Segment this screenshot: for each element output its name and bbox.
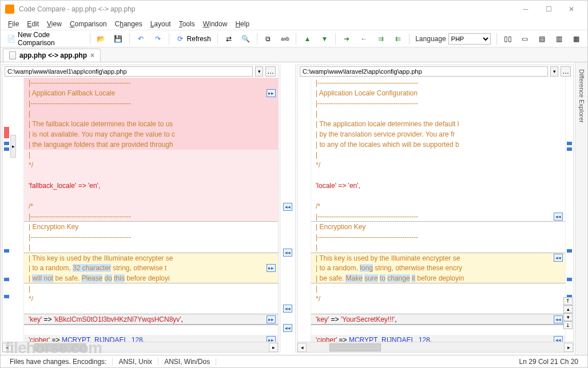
merge-right-button[interactable]: ▸▸ [267, 89, 276, 97]
statusbar: Files have changes. Encodings: ANSI, Uni… [1, 355, 587, 367]
toolbar: 📄 New Code Comparison 📂 💾 ↶ ↷ ⟳ Refresh … [1, 30, 587, 47]
merge-right-button[interactable]: ▸▸ [267, 315, 276, 323]
difference-explorer-tab[interactable]: Difference Explorer [578, 66, 585, 126]
menu-edit[interactable]: Edit [23, 18, 43, 30]
prev-diff-button[interactable]: ▲ [300, 33, 315, 45]
right-code-view[interactable]: |---------------------------------------… [311, 78, 565, 342]
menu-comparison[interactable]: Comparison [66, 18, 111, 30]
menu-tools[interactable]: Tools [175, 18, 199, 30]
layout-5-button[interactable]: ▦ [569, 33, 584, 45]
merge-right-button[interactable]: ▸▸ [267, 264, 276, 272]
maximize-button[interactable]: ☐ [537, 1, 560, 17]
undo-button[interactable]: ↶ [133, 33, 148, 45]
merge-left-button[interactable]: ◂◂ [283, 324, 292, 332]
new-comparison-label: New Code Comparison [18, 31, 84, 47]
search-button[interactable]: 🔍 [239, 33, 253, 45]
scroll-down[interactable]: ▾ [563, 313, 573, 321]
merge-left-button[interactable]: ◂◂ [283, 305, 292, 313]
open-button[interactable]: 📂 [94, 33, 109, 45]
left-path-dropdown[interactable]: ▾ [255, 66, 263, 77]
menu-window[interactable]: Window [199, 18, 232, 30]
copy-all-right-button[interactable]: ⇉ [374, 33, 388, 45]
menu-help[interactable]: Help [231, 18, 253, 30]
separator [169, 33, 169, 45]
merge-left-button[interactable]: ◂◂ [554, 336, 563, 342]
layout-4-button[interactable]: ▥ [552, 33, 567, 45]
save-button[interactable]: 💾 [111, 33, 126, 45]
compare-axb-button[interactable]: axb [277, 33, 292, 45]
swap-button[interactable]: ⇄ [221, 33, 236, 45]
next-diff-button[interactable]: ▼ [317, 33, 332, 45]
left-arrow-icon: ← [359, 34, 368, 43]
tab-strip: app.php <-> app.php × [1, 47, 587, 62]
copy-right-button[interactable]: ➜ [339, 33, 354, 45]
left-path-browse[interactable]: … [265, 66, 276, 77]
left-overview[interactable] [2, 78, 10, 342]
new-comparison-button[interactable]: 📄 New Code Comparison [4, 29, 86, 49]
menu-view[interactable]: View [43, 18, 66, 30]
menubar: File Edit View Comparison Changes Layout… [1, 18, 587, 30]
side-panel: Difference Explorer [575, 62, 587, 355]
compare-icon: ⧉ [263, 34, 272, 43]
tab-active[interactable]: app.php <-> app.php × [3, 49, 101, 62]
separator [257, 33, 257, 45]
tab-close-icon[interactable]: × [90, 51, 94, 59]
left-gutter [10, 78, 24, 342]
right-vnav: ⤒ ▴ ▾ ⤓ [563, 297, 573, 329]
scroll-down-max[interactable]: ⤓ [563, 321, 573, 329]
copy-all-left-button[interactable]: ⇇ [391, 33, 406, 45]
right-path-browse[interactable]: … [561, 66, 571, 77]
merge-right-button[interactable]: ▸▸ [267, 336, 276, 342]
status-changes: Files have changes. Encodings: [4, 358, 113, 366]
left-all-icon: ⇇ [394, 34, 403, 43]
left-code-view[interactable]: |---------------------------------------… [24, 78, 278, 342]
merge-left-button[interactable]: ◂◂ [283, 203, 292, 211]
merge-left-button[interactable]: ◂◂ [554, 315, 563, 323]
copy-left-button[interactable]: ← [356, 33, 371, 45]
scroll-up-max[interactable]: ⤒ [563, 297, 573, 305]
left-pane: ▾ … ▸ |---------------------------------… [2, 65, 279, 353]
titlebar: Code Compare - app.php <-> app.php ─ ☐ ✕ [1, 1, 587, 18]
document-icon: 📄 [7, 34, 15, 43]
left-fold-handle[interactable]: ▸ [10, 135, 16, 158]
minimize-button[interactable]: ─ [514, 1, 537, 17]
file-icon [9, 51, 16, 59]
menu-changes[interactable]: Changes [111, 18, 146, 30]
layout-3-button[interactable]: ▤ [535, 33, 550, 45]
right-path-dropdown[interactable]: ▾ [550, 66, 558, 77]
separator [409, 33, 410, 45]
merge-left-button[interactable]: ◂◂ [283, 249, 292, 257]
menu-layout[interactable]: Layout [146, 18, 175, 30]
app-icon [5, 5, 14, 14]
menu-file[interactable]: File [4, 18, 23, 30]
right-pane: ▾ … |-----------------------------------… [297, 65, 574, 353]
compare-1-button[interactable]: ⧉ [260, 33, 275, 45]
redo-icon: ↷ [153, 34, 162, 43]
separator [335, 33, 336, 45]
layout-icon: ▤ [538, 34, 547, 43]
left-code: ▸ |-------------------------------------… [2, 78, 278, 342]
middle-strip: ◂◂ ◂◂ ◂◂ ◂◂ [280, 65, 296, 353]
left-hscrollbar[interactable]: ◂▸ [2, 342, 278, 352]
layout-2-button[interactable]: ▭ [518, 33, 533, 45]
redo-button[interactable]: ↷ [150, 33, 165, 45]
right-arrow-icon: ➜ [342, 34, 351, 43]
language-select[interactable]: PHP [448, 33, 491, 45]
right-path-input[interactable] [300, 66, 548, 77]
merge-left-button[interactable]: ◂◂ [554, 213, 563, 221]
left-path-input[interactable] [5, 66, 253, 77]
save-icon: 💾 [114, 34, 123, 43]
layout-icon: ▭ [521, 34, 530, 43]
compare-panes: ▾ … ▸ |---------------------------------… [1, 62, 575, 355]
close-button[interactable]: ✕ [560, 1, 583, 17]
scroll-up[interactable]: ▴ [563, 305, 573, 313]
right-hscrollbar[interactable]: ◂▸ [297, 342, 573, 352]
window-title: Code Compare - app.php <-> app.php [19, 5, 514, 13]
search-icon: 🔍 [241, 34, 251, 43]
workarea: ▾ … ▸ |---------------------------------… [1, 62, 587, 355]
separator [90, 33, 90, 45]
layout-1-button[interactable]: ▯▯ [500, 33, 515, 45]
separator [296, 33, 296, 45]
merge-left-button[interactable]: ◂◂ [554, 254, 563, 262]
refresh-button[interactable]: ⟳ Refresh [173, 33, 214, 45]
